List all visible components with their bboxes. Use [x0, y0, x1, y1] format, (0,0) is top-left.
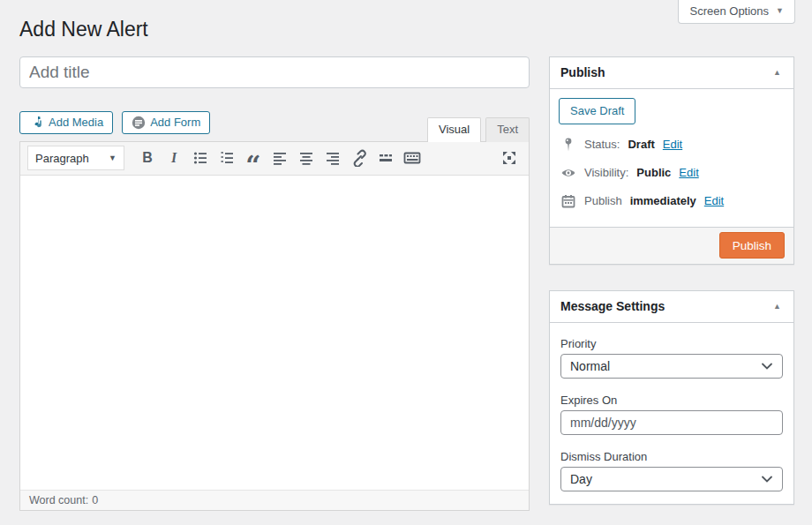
screen-options-label: Screen Options: [689, 4, 769, 18]
dismiss-duration-value: Day: [570, 472, 592, 486]
align-left-button[interactable]: [267, 146, 292, 169]
link-button[interactable]: [347, 146, 372, 169]
read-more-button[interactable]: [373, 146, 398, 169]
expires-on-field: Expires On: [560, 394, 783, 435]
message-settings-title: Message Settings: [560, 299, 665, 313]
editor-statusbar: Word count: 0: [20, 490, 529, 510]
word-count-value: 0: [92, 494, 98, 506]
visibility-value: Public: [636, 166, 671, 179]
media-buttons: Add Media Add Form: [19, 111, 210, 134]
paragraph-format-value: Paragraph: [35, 152, 89, 165]
media-tabs-row: Add Media Add Form Visual: [19, 111, 530, 141]
paragraph-format-select[interactable]: Paragraph ▼: [27, 146, 124, 170]
sidebar-column: Publish ▲ Save Draft Status:: [549, 56, 794, 505]
word-count-label: Word count:: [29, 494, 88, 506]
publish-when-label: Publish: [584, 194, 622, 207]
chevron-down-icon: ▼: [109, 154, 117, 162]
content-columns: Add Media Add Form Visual: [0, 42, 812, 511]
priority-field: Priority Normal: [560, 337, 783, 379]
status-value: Draft: [628, 138, 654, 151]
schedule-row: Publish immediately Edit: [560, 193, 783, 209]
visibility-label: Visibility:: [584, 166, 628, 179]
publish-misc-section: Status: Draft Edit Visibility:: [559, 124, 785, 227]
eye-icon: [560, 165, 576, 181]
edit-status-link[interactable]: Edit: [663, 138, 682, 151]
expires-on-label: Expires On: [560, 394, 783, 407]
bold-button[interactable]: B: [135, 146, 160, 169]
dismiss-duration-select[interactable]: Day: [560, 467, 783, 491]
chevron-down-icon: [761, 475, 773, 484]
tab-visual[interactable]: Visual: [427, 117, 481, 142]
bulleted-list-button[interactable]: [188, 146, 213, 169]
publish-button[interactable]: Publish: [719, 232, 785, 259]
status-row: Status: Draft Edit: [560, 137, 783, 153]
fullscreen-button[interactable]: [497, 146, 522, 169]
align-center-button[interactable]: [294, 146, 319, 169]
screen-options-button[interactable]: Screen Options ▼: [678, 0, 795, 24]
keyboard-shortcuts-button[interactable]: [400, 146, 425, 169]
edit-visibility-link[interactable]: Edit: [679, 166, 698, 179]
collapse-toggle-icon[interactable]: ▲: [771, 67, 783, 79]
editor: Paragraph ▼ B I: [19, 141, 530, 511]
message-settings-panel: Message Settings ▲ Priority Normal Expir…: [549, 290, 794, 505]
add-form-button[interactable]: Add Form: [122, 111, 210, 134]
message-settings-header: Message Settings ▲: [550, 291, 793, 323]
blockquote-button[interactable]: “: [241, 146, 266, 169]
publish-panel: Publish ▲ Save Draft Status:: [549, 56, 794, 265]
save-draft-button[interactable]: Save Draft: [559, 98, 635, 124]
add-media-button[interactable]: Add Media: [19, 111, 113, 134]
dismiss-duration-label: Dismiss Duration: [560, 450, 783, 463]
media-icon: [29, 116, 44, 129]
chevron-down-icon: [761, 362, 773, 371]
priority-value: Normal: [570, 359, 610, 373]
tab-text[interactable]: Text: [485, 117, 530, 142]
title-input[interactable]: [19, 56, 530, 88]
form-icon: [132, 116, 146, 130]
add-media-label: Add Media: [49, 116, 103, 129]
align-right-button[interactable]: [320, 146, 345, 169]
editor-mode-tabs: Visual Text: [427, 117, 530, 141]
pin-icon: [560, 137, 576, 153]
publish-panel-title: Publish: [560, 65, 605, 79]
collapse-toggle-icon[interactable]: ▲: [771, 301, 783, 312]
publish-actions-footer: Publish: [550, 227, 793, 264]
numbered-list-button[interactable]: [214, 146, 239, 169]
editor-toolbar: Paragraph ▼ B I: [20, 142, 529, 176]
publish-panel-header: Publish ▲: [550, 57, 793, 89]
editor-content-area[interactable]: [20, 176, 529, 490]
publish-panel-body: Save Draft Status: Draft Edit: [550, 89, 793, 227]
editor-column: Add Media Add Form Visual: [19, 56, 530, 511]
priority-select[interactable]: Normal: [560, 354, 783, 379]
add-form-label: Add Form: [150, 116, 200, 129]
chevron-down-icon: ▼: [776, 7, 784, 15]
publish-when-value: immediately: [630, 194, 696, 207]
edit-schedule-link[interactable]: Edit: [704, 194, 724, 207]
message-settings-body: Priority Normal Expires On Dismiss Durat…: [550, 323, 793, 504]
expires-on-input[interactable]: [560, 410, 783, 435]
priority-label: Priority: [560, 337, 783, 350]
dismiss-duration-field: Dismiss Duration Day: [560, 450, 783, 491]
status-label: Status:: [584, 138, 620, 151]
italic-button[interactable]: I: [162, 146, 186, 169]
visibility-row: Visibility: Public Edit: [560, 165, 783, 181]
calendar-icon: [560, 193, 576, 209]
